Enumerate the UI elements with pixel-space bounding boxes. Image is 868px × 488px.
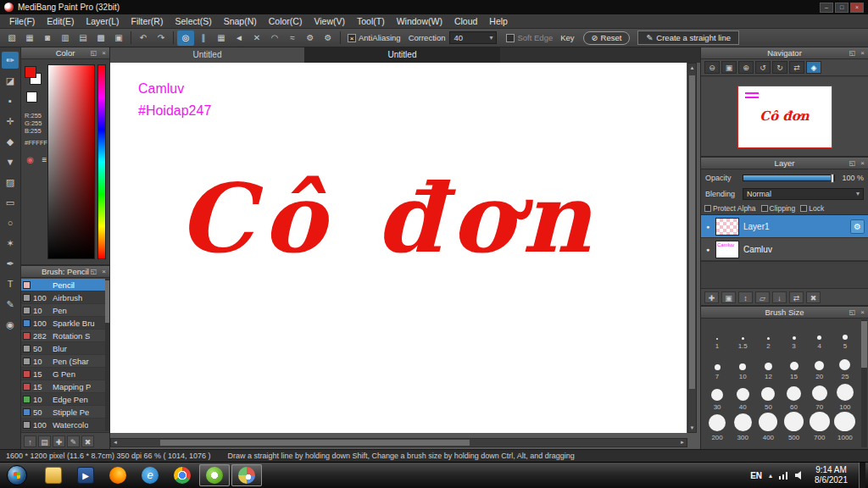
undo-icon[interactable]: ↶: [135, 30, 152, 46]
flip-view-icon[interactable]: ◈: [806, 61, 821, 74]
start-button[interactable]: [7, 465, 27, 485]
brush-size-option[interactable]: 500: [781, 412, 806, 442]
slider-handle[interactable]: [831, 174, 834, 183]
scroll-left-icon[interactable]: ◄: [111, 439, 120, 446]
current-color-swatch[interactable]: [26, 92, 37, 103]
brush-item-stipple[interactable]: 50 Stipple Pe: [21, 406, 105, 419]
new-canvas-icon[interactable]: ▧: [3, 30, 20, 46]
menu-cloud[interactable]: Cloud: [448, 15, 483, 27]
menu-tool[interactable]: Tool(T): [351, 15, 391, 27]
brush-scroll-up-icon[interactable]: ↑: [24, 435, 36, 447]
select-pen-tool[interactable]: ✒: [2, 255, 19, 272]
menu-view[interactable]: View(V): [308, 15, 351, 27]
zoom-out-icon[interactable]: ⊖: [704, 61, 720, 74]
brush-item-pencil[interactable]: Pencil: [21, 279, 105, 291]
transfer-layer-icon[interactable]: ⇄: [789, 291, 804, 303]
lasso-tool[interactable]: ○: [2, 214, 19, 231]
chrome-icon[interactable]: [167, 464, 198, 486]
file-explorer-icon[interactable]: [38, 464, 69, 486]
reset-button[interactable]: ⊘ Reset: [583, 31, 631, 45]
brush-size-option[interactable]: 1.5: [730, 320, 755, 351]
brush-item-pen[interactable]: 10 Pen: [21, 304, 105, 317]
brush-size-option[interactable]: 50: [755, 381, 781, 412]
popout-icon[interactable]: ◱: [89, 48, 98, 58]
scrollbar-thumb[interactable]: [689, 75, 695, 389]
correction-select[interactable]: 40 ▾: [449, 31, 497, 44]
brush-size-option[interactable]: 3: [781, 320, 806, 351]
fill-tool[interactable]: ◆: [2, 133, 19, 150]
brush-item-watercolor[interactable]: 100 Watercolo: [21, 419, 105, 431]
brush-size-option[interactable]: 30: [704, 381, 730, 412]
scrollbar-thumb[interactable]: [160, 440, 470, 446]
brush-list-scrollbar[interactable]: [105, 279, 109, 431]
redo-icon[interactable]: ↷: [153, 30, 170, 46]
popout-icon[interactable]: ◱: [848, 308, 857, 318]
eraser-tool[interactable]: ◪: [2, 72, 19, 89]
zoom-fit-icon[interactable]: ▣: [721, 61, 737, 74]
menu-color[interactable]: Color(C): [263, 15, 309, 27]
close-icon[interactable]: ×: [858, 308, 867, 318]
firefox-icon[interactable]: [103, 464, 133, 486]
close-icon[interactable]: ×: [99, 48, 108, 58]
select-tool[interactable]: ▭: [2, 194, 19, 211]
network-icon[interactable]: [779, 471, 788, 480]
menu-file[interactable]: File(F): [3, 15, 41, 27]
brush-size-option[interactable]: 1: [704, 320, 730, 351]
eyedropper-tool[interactable]: ✎: [2, 296, 19, 313]
layer-item-camluv[interactable]: ● Camluv Camluv: [701, 238, 868, 261]
popout-icon[interactable]: ◱: [89, 267, 98, 277]
brush-size-option[interactable]: 15: [781, 351, 806, 381]
clock[interactable]: 9:14 AM 8/6/2021: [810, 465, 852, 485]
close-button[interactable]: ×: [850, 3, 864, 13]
scroll-down-icon[interactable]: ▼: [688, 424, 696, 432]
volume-icon[interactable]: [795, 471, 804, 480]
visibility-dot-icon[interactable]: ●: [704, 224, 711, 230]
visibility-dot-icon[interactable]: ●: [704, 247, 711, 252]
workspace-icon[interactable]: ▥: [57, 30, 74, 46]
brush-size-option[interactable]: 40: [730, 381, 755, 412]
hand-tool[interactable]: ◉: [2, 316, 19, 333]
brush-size-option[interactable]: 20: [807, 351, 832, 381]
delete-brush-icon[interactable]: ✖: [81, 435, 94, 447]
gradient-tool[interactable]: ▨: [2, 174, 19, 191]
brush-size-option[interactable]: 7: [704, 351, 730, 381]
brush-item-g-pen[interactable]: 15 G Pen: [21, 368, 105, 380]
delete-layer-icon[interactable]: ✖: [806, 291, 821, 303]
brush-size-option[interactable]: 700: [807, 412, 832, 442]
create-straight-line-button[interactable]: ✎ Create a straight line: [637, 30, 739, 45]
brush-item-pen-sharp[interactable]: 10 Pen (Shar: [21, 355, 105, 368]
snap-ellipse-icon[interactable]: ◠: [266, 30, 283, 46]
opacity-slider[interactable]: [743, 175, 835, 181]
grid-view-icon[interactable]: ▩: [92, 30, 109, 46]
menu-layer[interactable]: Layer(L): [80, 15, 125, 27]
menu-filter[interactable]: Filter(R): [125, 15, 170, 27]
media-player-icon[interactable]: ▶: [70, 464, 101, 486]
menu-window[interactable]: Window(W): [391, 15, 448, 27]
document-tab-2[interactable]: Untitled: [305, 47, 500, 63]
medibang-taskbar-icon[interactable]: [199, 464, 230, 486]
merge-layer-icon[interactable]: ↓: [772, 291, 787, 303]
brush-size-option[interactable]: 10: [730, 351, 755, 381]
show-desktop-button[interactable]: [859, 463, 865, 488]
hue-slider[interactable]: [97, 64, 106, 259]
menu-select[interactable]: Select(S): [169, 15, 217, 27]
brush-size-option[interactable]: 1000: [832, 412, 858, 442]
snap-parallel-icon[interactable]: ∥: [195, 30, 212, 46]
reset-view-icon[interactable]: ⇄: [789, 61, 804, 74]
brush-tool[interactable]: ✏: [2, 52, 19, 69]
export-icon[interactable]: ▤: [75, 30, 92, 46]
close-icon[interactable]: ×: [858, 158, 867, 169]
save-icon[interactable]: ▦: [21, 30, 38, 46]
brush-item-airbrush[interactable]: 100 Airbrush: [21, 291, 105, 304]
rotate-left-icon[interactable]: ↺: [755, 61, 771, 74]
menu-snap[interactable]: Snap(N): [218, 15, 263, 27]
maximize-button[interactable]: □: [835, 3, 849, 13]
brush-size-option[interactable]: 200: [704, 412, 730, 442]
snap-settings-icon[interactable]: ⚙: [302, 30, 319, 46]
popout-icon[interactable]: ◱: [848, 158, 857, 169]
move-tool[interactable]: ✛: [2, 113, 19, 130]
cloud-upload-icon[interactable]: ◙: [39, 30, 56, 46]
hidden-icons-icon[interactable]: ▴: [769, 472, 772, 480]
scroll-right-icon[interactable]: ►: [678, 439, 687, 446]
text-tool[interactable]: T: [2, 275, 19, 292]
